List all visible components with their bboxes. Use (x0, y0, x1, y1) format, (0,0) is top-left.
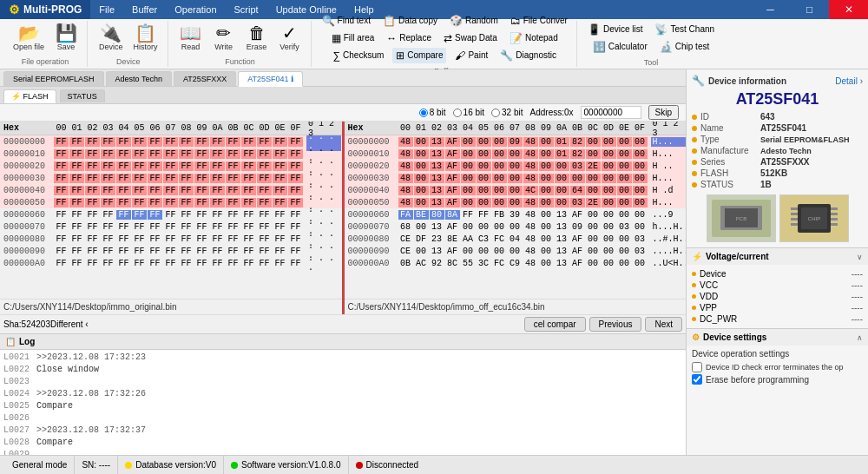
mode-text: General mode (12, 460, 67, 470)
test-chann-button[interactable]: 📡 Test Chann (651, 22, 718, 37)
flash-tab[interactable]: ⚡ FLASH (3, 89, 56, 103)
menu-buffer[interactable]: Buffer (123, 0, 166, 19)
data-copy-label: Data copy (398, 16, 437, 25)
voltage-header[interactable]: ⚡ Voltage/current ∨ (687, 248, 868, 265)
toolbar-buttons-row: 🔌 Device 📋 History (95, 22, 162, 54)
swap-data-button[interactable]: ⇄ Swap Data (440, 30, 501, 46)
find-text-button[interactable]: 🔍 Find text (319, 13, 374, 29)
erase-checkbox[interactable] (692, 374, 702, 385)
hex-options-bar: 8 bit 16 bit 32 bit Address:0x Skip (0, 104, 686, 122)
notepad-button[interactable]: 📝 Notepad (506, 30, 562, 46)
toolbar-group-buffer: 🔍 Find text 📋 Data copy 🎲 Random 🗂 File … (313, 21, 577, 67)
prop-status: STATUS 1B (692, 180, 863, 189)
write-label: Write (214, 43, 233, 51)
prop-flash: FLASH 512KB (692, 168, 863, 178)
detail-link[interactable]: Detail › (835, 76, 863, 86)
voltage-row-device: Device ---- (692, 268, 863, 280)
hex-row-right-7: 00000070 680013AF00000000480013090000030… (345, 221, 687, 233)
prop-val-status: 1B (760, 180, 772, 189)
conn-text: Disconnected (366, 460, 419, 470)
svg-rect-10 (791, 213, 798, 215)
svg-rect-9 (791, 207, 798, 210)
menu-file[interactable]: File (90, 0, 123, 19)
device-list-button[interactable]: 📱 Device list (584, 22, 647, 37)
write-icon: ✏ (216, 24, 231, 42)
menu-operation[interactable]: Operation (166, 0, 225, 19)
paint-label: Paint (468, 50, 488, 60)
prop-val-manufacture: Adesto Techn (760, 147, 812, 155)
maximize-button[interactable]: □ (790, 0, 829, 19)
hex-row-left-10: 000000A0 FFFFFFFFFFFFFFFFFFFFFFFFFFFFFFF… (0, 257, 342, 269)
fill-area-button[interactable]: ▦ Fill area (328, 30, 378, 46)
device-info-label: Device information (708, 76, 786, 86)
log-line: L0027 (3, 425, 30, 437)
erase-button[interactable]: 🗑 Erase (241, 22, 273, 54)
data-copy-button[interactable]: 📋 Data copy (379, 13, 441, 29)
volt-dot (692, 272, 696, 276)
swap-icon: ⇄ (444, 32, 452, 44)
voltage-label-vdd: VDD (692, 292, 718, 301)
cancel-compare-button[interactable]: cel compar (524, 317, 586, 332)
history-button[interactable]: 📋 History (129, 22, 162, 54)
voltage-section: ⚡ Voltage/current ∨ Device ---- (687, 247, 868, 328)
sha-text: Sha:524203Different ‹ (3, 319, 89, 329)
hex-row-right-0: 00000000 480013AF00000009480001820000000… (345, 135, 687, 148)
device-button[interactable]: 🔌 Device (95, 22, 128, 54)
paint-button[interactable]: 🖌 Paint (451, 48, 491, 63)
file-conver-icon: 🗂 (510, 15, 521, 27)
bit-32-radio[interactable] (491, 109, 500, 117)
main-area: Serial EEPROMFLASH Adesto Techn AT25SFXX… (0, 69, 868, 455)
diagnostic-button[interactable]: 🔧 Diagnostic (496, 48, 560, 63)
calculator-button[interactable]: 🔢 Calculator (589, 39, 651, 55)
replace-button[interactable]: ↔ Replace (383, 30, 435, 46)
tab-at25sf041[interactable]: AT25SF041 ℹ (238, 71, 303, 87)
bit-16-radio[interactable] (453, 109, 462, 117)
chip-test-button[interactable]: 🔬 Chip test (656, 39, 713, 55)
compare-button[interactable]: ⊞ Compare (392, 48, 446, 63)
hex-row-left-8: 00000080 FFFFFFFFFFFFFFFFFFFFFFFFFFFFFFF… (0, 233, 342, 245)
tab-at25sfxxx[interactable]: AT25SFXXX (174, 71, 236, 86)
open-file-button[interactable]: 📂 Open file (9, 22, 49, 54)
log-text: >>2023.12.08 17:32:23 (36, 352, 146, 364)
previous-button[interactable]: Previous (589, 317, 642, 332)
bit-8-option[interactable]: 8 bit (419, 108, 446, 117)
skip-button[interactable]: Skip (648, 105, 679, 120)
device-images: PCB CHIP (692, 194, 863, 242)
bit-32-option[interactable]: 32 bit (491, 108, 523, 117)
checksum-icon: ∑ (333, 49, 341, 62)
address-label: Address:0x (530, 108, 574, 117)
log-text: Close window (36, 364, 99, 376)
address-input[interactable] (581, 106, 641, 119)
random-button[interactable]: 🎲 Random (446, 13, 502, 29)
file-path-left: C:/Users/XNY114/Desktop/immo_original.bi… (0, 299, 342, 314)
read-button[interactable]: 📖 Read (175, 22, 207, 54)
device-settings-header[interactable]: ⚙ Device settings ∧ (687, 329, 868, 346)
status-tab[interactable]: STATUS (60, 89, 105, 102)
file-conver-button[interactable]: 🗂 File Conver (507, 13, 571, 29)
close-button[interactable]: ✕ (829, 0, 868, 19)
device-settings-content: Device operation settings Device ID chec… (687, 346, 868, 390)
voltage-chevron: ∨ (857, 253, 863, 261)
save-button[interactable]: 💾 Save (50, 22, 82, 54)
next-button[interactable]: Next (645, 317, 682, 332)
tool-row-2: 🔢 Calculator 🔬 Chip test (589, 39, 713, 55)
log-line: L0026 (3, 412, 30, 425)
bit-16-option[interactable]: 16 bit (453, 108, 484, 117)
tab-adesto[interactable]: Adesto Techn (106, 71, 172, 86)
save-icon: 💾 (56, 24, 77, 42)
calculator-label: Calculator (608, 42, 648, 51)
voltage-title: ⚡ Voltage/current (692, 252, 769, 261)
minimize-button[interactable]: ─ (751, 0, 790, 19)
tab-serial-eeprom[interactable]: Serial EEPROMFLASH (3, 71, 104, 86)
app-name: Multi-PROG (23, 3, 82, 16)
write-button[interactable]: ✏ Write (208, 22, 240, 54)
log-line: L0024 (3, 388, 30, 400)
buffer-row-1: 🔍 Find text 📋 Data copy 🎲 Random 🗂 File … (319, 13, 571, 29)
checksum-button[interactable]: ∑ Checksum (330, 48, 388, 63)
hex-row-left-1: 00000010 FFFFFFFFFFFFFFFFFFFFFFFFFFFFFFF… (0, 148, 342, 160)
verify-button[interactable]: ✓ Verify (274, 22, 306, 54)
device-id-checkbox[interactable] (692, 362, 702, 372)
copy-icon: 📋 (383, 15, 396, 27)
bit-8-radio[interactable] (419, 109, 428, 117)
menu-script[interactable]: Script (226, 0, 267, 19)
